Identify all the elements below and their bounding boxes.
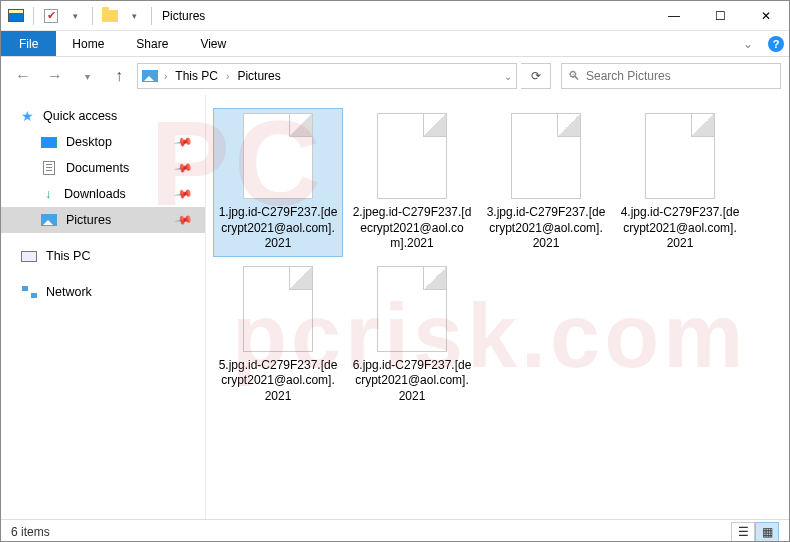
- ribbon: File Home Share View ⌄ ?: [1, 31, 789, 57]
- qat-dropdown-icon[interactable]: ▾: [123, 5, 145, 27]
- address-bar[interactable]: › This PC › Pictures ⌄: [137, 63, 517, 89]
- file-icon: [243, 113, 313, 199]
- window-title: Pictures: [162, 9, 205, 23]
- document-icon: [41, 160, 57, 176]
- main-area: ★ Quick access Desktop 📌 Documents 📌 ↓ D…: [1, 95, 789, 519]
- network-icon: [21, 284, 37, 300]
- search-box[interactable]: 🔍︎: [561, 63, 781, 89]
- titlebar: ✔ ▾ ▾ Pictures — ☐ ✕: [1, 1, 789, 31]
- back-button[interactable]: ←: [9, 62, 37, 90]
- divider: [33, 7, 34, 25]
- divider: [151, 7, 152, 25]
- sidebar-item-documents[interactable]: Documents 📌: [1, 155, 205, 181]
- download-icon: ↓: [41, 187, 55, 201]
- refresh-button[interactable]: ⟳: [521, 63, 551, 89]
- content-pane[interactable]: 1.jpg.id-C279F237.[decrypt2021@aol.com].…: [206, 95, 789, 519]
- ribbon-expand-icon[interactable]: ⌄: [733, 31, 763, 56]
- qat-properties-icon[interactable]: ✔: [40, 5, 62, 27]
- file-label: 6.jpg.id-C279F237.[decrypt2021@aol.com].…: [352, 358, 472, 405]
- ribbon-tab-share[interactable]: Share: [120, 31, 184, 56]
- file-item[interactable]: 4.jpg.id-C279F237.[decrypt2021@aol.com].…: [616, 109, 744, 256]
- file-item[interactable]: 3.jpg.id-C279F237.[decrypt2021@aol.com].…: [482, 109, 610, 256]
- file-item[interactable]: 2.jpeg.id-C279F237.[decrypt2021@aol.com]…: [348, 109, 476, 256]
- desktop-icon: [41, 134, 57, 150]
- breadcrumb[interactable]: This PC: [173, 69, 220, 83]
- pictures-icon: [41, 212, 57, 228]
- file-label: 3.jpg.id-C279F237.[decrypt2021@aol.com].…: [486, 205, 606, 252]
- statusbar: 6 items ☰ ▦: [1, 519, 789, 542]
- sidebar-item-label: This PC: [46, 249, 90, 263]
- ribbon-file-tab[interactable]: File: [1, 31, 56, 56]
- icons-view-button[interactable]: ▦: [755, 522, 779, 542]
- sidebar-item-label: Downloads: [64, 187, 126, 201]
- pin-icon: 📌: [173, 158, 193, 178]
- search-input[interactable]: [586, 69, 774, 83]
- sidebar-item-label: Documents: [66, 161, 129, 175]
- sidebar-item-label: Pictures: [66, 213, 111, 227]
- maximize-button[interactable]: ☐: [697, 1, 743, 31]
- sidebar-quick-access[interactable]: ★ Quick access: [1, 103, 205, 129]
- star-icon: ★: [21, 108, 34, 124]
- file-icon: [377, 113, 447, 199]
- file-item[interactable]: 1.jpg.id-C279F237.[decrypt2021@aol.com].…: [214, 109, 342, 256]
- file-grid: 1.jpg.id-C279F237.[decrypt2021@aol.com].…: [214, 109, 781, 409]
- ribbon-tab-view[interactable]: View: [184, 31, 242, 56]
- close-button[interactable]: ✕: [743, 1, 789, 31]
- file-item[interactable]: 6.jpg.id-C279F237.[decrypt2021@aol.com].…: [348, 262, 476, 409]
- sidebar-item-downloads[interactable]: ↓ Downloads 📌: [1, 181, 205, 207]
- pin-icon: 📌: [173, 184, 193, 204]
- file-icon: [645, 113, 715, 199]
- sidebar-item-label: Desktop: [66, 135, 112, 149]
- sidebar-this-pc[interactable]: This PC: [1, 243, 205, 269]
- recent-dropdown-icon[interactable]: ▾: [73, 62, 101, 90]
- sidebar-item-desktop[interactable]: Desktop 📌: [1, 129, 205, 155]
- forward-button[interactable]: →: [41, 62, 69, 90]
- folder-icon: [99, 5, 121, 27]
- file-icon: [377, 266, 447, 352]
- file-label: 4.jpg.id-C279F237.[decrypt2021@aol.com].…: [620, 205, 740, 252]
- chevron-right-icon[interactable]: ›: [164, 71, 167, 82]
- navbar: ← → ▾ ↑ › This PC › Pictures ⌄ ⟳ 🔍︎: [1, 57, 789, 95]
- up-button[interactable]: ↑: [105, 62, 133, 90]
- location-icon: [142, 68, 158, 84]
- file-item[interactable]: 5.jpg.id-C279F237.[decrypt2021@aol.com].…: [214, 262, 342, 409]
- sidebar-item-label: Quick access: [43, 109, 117, 123]
- ribbon-tab-home[interactable]: Home: [56, 31, 120, 56]
- sidebar-item-label: Network: [46, 285, 92, 299]
- sidebar: ★ Quick access Desktop 📌 Documents 📌 ↓ D…: [1, 95, 206, 519]
- details-view-button[interactable]: ☰: [731, 522, 755, 542]
- search-icon: 🔍︎: [568, 69, 580, 83]
- pc-icon: [21, 248, 37, 264]
- sidebar-network[interactable]: Network: [1, 279, 205, 305]
- help-icon: ?: [768, 36, 784, 52]
- file-label: 5.jpg.id-C279F237.[decrypt2021@aol.com].…: [218, 358, 338, 405]
- breadcrumb[interactable]: Pictures: [235, 69, 282, 83]
- file-icon: [243, 266, 313, 352]
- divider: [92, 7, 93, 25]
- qat-caret-icon[interactable]: ▾: [64, 5, 86, 27]
- pin-icon: 📌: [173, 132, 193, 152]
- help-button[interactable]: ?: [763, 31, 789, 56]
- address-dropdown-icon[interactable]: ⌄: [504, 71, 512, 82]
- file-label: 1.jpg.id-C279F237.[decrypt2021@aol.com].…: [218, 205, 338, 252]
- file-icon: [511, 113, 581, 199]
- sidebar-item-pictures[interactable]: Pictures 📌: [1, 207, 205, 233]
- chevron-right-icon[interactable]: ›: [226, 71, 229, 82]
- item-count: 6 items: [11, 525, 50, 539]
- file-label: 2.jpeg.id-C279F237.[decrypt2021@aol.com]…: [352, 205, 472, 252]
- pin-icon: 📌: [173, 210, 193, 230]
- minimize-button[interactable]: —: [651, 1, 697, 31]
- app-icon: [5, 5, 27, 27]
